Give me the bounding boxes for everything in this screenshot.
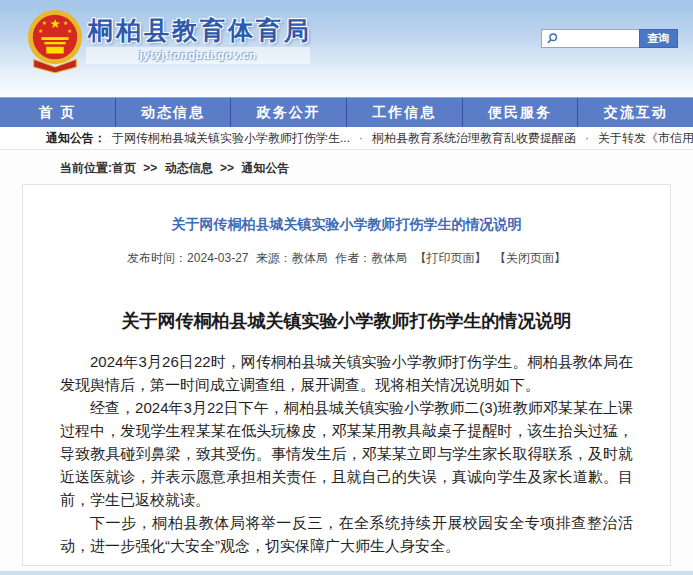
article-paragraph: 经查，2024年3月22日下午，桐柏县城关镇实验小学教师二(3)班教师邓某某在上… [60,396,633,511]
national-emblem-icon: ★ ★ ★ ★ ★ [26,7,84,77]
nav-item-interaction[interactable]: 交流互动 [577,98,693,127]
breadcrumb-link-notices[interactable]: 通知公告 [241,161,289,175]
notice-bar: 通知公告： 于网传桐柏县城关镇实验小学教师打伤学生... · 桐柏县教育系统治理… [0,127,693,150]
svg-text:★: ★ [67,28,72,34]
breadcrumb-label: 当前位置: [60,161,112,175]
article-paragraph: 下一步，桐柏县教体局将举一反三，在全系统持续开展校园安全专项排查整治活动，进一步… [60,511,633,557]
print-page-button[interactable]: 【打印页面】 [415,251,487,265]
site-header: ★ ★ ★ ★ ★ 桐柏县教育体育局 jytyj.tongbai.gov.cn [0,0,693,97]
close-page-button[interactable]: 【关闭页面】 [494,251,566,265]
search-field [541,29,639,48]
breadcrumb-link-dynamic-info[interactable]: 动态信息 [165,161,213,175]
breadcrumb-separator: >> [220,161,234,175]
nav-item-home[interactable]: 首 页 [0,98,115,127]
breadcrumb-separator: >> [143,161,157,175]
svg-text:★: ★ [49,17,60,31]
notice-link[interactable]: 于网传桐柏县城关镇实验小学教师打伤学生... [112,130,350,147]
nav-item-public-service[interactable]: 便民服务 [462,98,578,127]
site-title: 桐柏县教育体育局 [88,14,312,47]
search-icon [546,32,559,45]
notice-link[interactable]: 桐柏县教育系统治理教育乱收费提醒函 [372,130,576,147]
article-paragraph: 2024年3月26日22时，网传桐柏县城关镇实验小学教师打伤学生。桐柏县教体局在… [60,350,633,396]
site-domain: jytyj.tongbai.gov.cn [86,47,310,64]
search-button[interactable]: 查询 [639,29,678,48]
article-page-title: 关于网传桐柏县城关镇实验小学教师打伤学生的情况说明 [23,216,670,234]
content-box: 关于网传桐柏县城关镇实验小学教师打伤学生的情况说明 发布时间：2024-03-2… [22,184,671,566]
nav-item-dynamic-info[interactable]: 动态信息 [115,98,231,127]
search-input[interactable] [559,31,635,46]
notice-separator: · [585,131,589,145]
notice-link[interactable]: 关于转发《市信用办关于开展南阳市第二批信... [598,130,693,147]
publish-date: 发布时间：2024-03-27 [127,251,248,265]
article-body-title: 关于网传桐柏县城关镇实验小学教师打伤学生的情况说明 [23,309,670,333]
footer-strip [0,571,693,575]
nav-item-gov-affairs[interactable]: 政务公开 [230,98,346,127]
search-box: 查询 [541,29,678,48]
svg-text:★: ★ [38,28,43,34]
svg-text:★: ★ [63,21,68,27]
notice-separator: · [359,131,363,145]
article-meta: 发布时间：2024-03-27 来源：教体局 作者：教体局 【打印页面】 【关闭… [23,250,670,267]
breadcrumb: 当前位置:首页 >> 动态信息 >> 通知公告 [0,150,693,177]
article-body: 2024年3月26日22时，网传桐柏县城关镇实验小学教师打伤学生。桐柏县教体局在… [23,350,670,557]
notice-label: 通知公告： [46,130,106,147]
article-author: 作者：教体局 [335,251,407,265]
svg-text:★: ★ [42,21,47,27]
breadcrumb-link-home[interactable]: 首页 [112,161,136,175]
main-nav: 首 页 动态信息 政务公开 工作信息 便民服务 交流互动 [0,97,693,127]
article-source: 来源：教体局 [256,251,328,265]
nav-item-work-info[interactable]: 工作信息 [346,98,462,127]
page: ★ ★ ★ ★ ★ 桐柏县教育体育局 jytyj.tongbai.gov.cn [0,0,693,575]
